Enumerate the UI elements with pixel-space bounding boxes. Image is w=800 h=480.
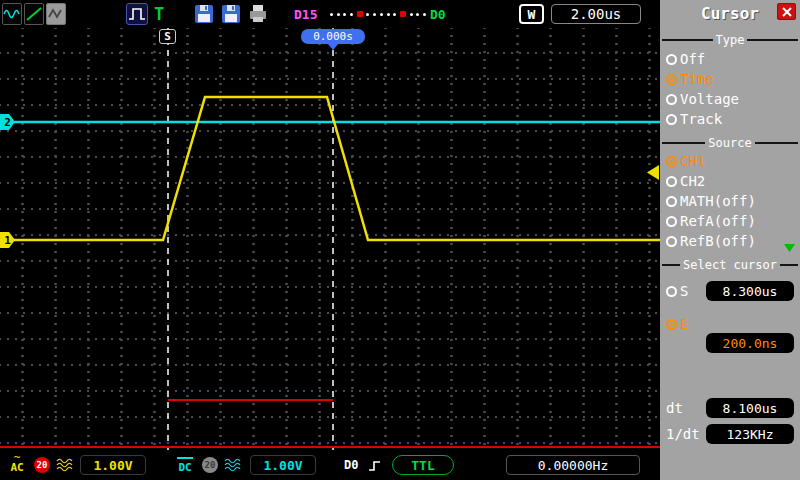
- cursor-e-value[interactable]: 200.0ns: [706, 333, 794, 353]
- digital-bus-d15-label: D15: [294, 7, 317, 22]
- window-mode-badge: W: [519, 4, 544, 24]
- trigger-time-badge: 0.000s: [301, 29, 365, 44]
- inverse-dt-value: 123KHz: [706, 424, 794, 444]
- cursor-s-row[interactable]: S 8.300us: [666, 281, 794, 301]
- radio-icon: [666, 114, 677, 125]
- waveform-svg: [0, 28, 660, 450]
- dt-value: 8.100us: [706, 398, 794, 418]
- close-icon: [781, 6, 793, 18]
- radio-icon: [666, 286, 677, 297]
- save-disk-icon: [194, 4, 214, 24]
- close-button[interactable]: [777, 3, 796, 20]
- type-option-voltage[interactable]: Voltage: [666, 90, 794, 108]
- storage-disk-icon: [221, 4, 241, 24]
- radio-icon: [666, 176, 677, 187]
- radio-icon: [666, 54, 677, 65]
- digital-bus-d0-label: D0: [430, 7, 446, 22]
- source-section-header: Source: [662, 136, 798, 150]
- disabled-waveform-icon: [46, 3, 66, 25]
- type-section-header: Type: [662, 33, 798, 47]
- printer-icon: [248, 4, 268, 24]
- source-option-math[interactable]: MATH(off): [666, 192, 794, 210]
- ch2-bandwidth-limit-badge: 20: [202, 457, 218, 473]
- ch1-bandwidth-limit-badge: 20: [34, 457, 50, 473]
- timebase-display: 2.00us: [551, 4, 641, 24]
- cursor-e-row[interactable]: E: [666, 315, 794, 333]
- ch1-scale-display: 1.00V: [80, 455, 146, 475]
- ch1-coupling-indicator: ~ AC: [4, 454, 30, 473]
- cursor-s-badge: S: [159, 29, 176, 44]
- ch2-waveform-icon: [2, 3, 22, 25]
- ch1-waves-icon: [56, 457, 76, 477]
- radio-selected-icon: [666, 156, 677, 167]
- top-toolbar: T D15 D0 W 2.00us: [0, 0, 660, 28]
- type-option-time[interactable]: Time: [666, 70, 794, 88]
- frequency-counter-display: 0.00000Hz: [506, 455, 640, 475]
- digital-bus-pattern: [330, 9, 426, 19]
- radio-selected-icon: [666, 74, 677, 85]
- radio-icon: [666, 216, 677, 227]
- channel-status-bar: ~ AC 20 1.00V DC 20 1.00V D0 TTL 0.00000…: [0, 450, 660, 480]
- dc-coupling-icon: [177, 457, 193, 459]
- ramp-signal-icon: [24, 3, 44, 25]
- trigger-status-label: T: [154, 4, 164, 24]
- source-option-ch1[interactable]: CH1: [666, 152, 794, 170]
- waveform-display: 2 1 S 0.000s: [0, 28, 660, 450]
- type-option-track[interactable]: Track: [666, 110, 794, 128]
- source-option-refa[interactable]: RefA(off): [666, 212, 794, 230]
- radio-icon: [666, 236, 677, 247]
- ch2-scale-display: 1.00V: [250, 455, 316, 475]
- inverse-dt-readout-row: 1/dt 123KHz: [666, 424, 794, 444]
- cursor-menu-panel: Cursor Type Off Time Voltage Track Sourc…: [660, 0, 800, 480]
- source-option-ch2[interactable]: CH2: [666, 172, 794, 190]
- dt-readout-row: dt 8.100us: [666, 398, 794, 418]
- oscilloscope-screen: T D15 D0 W 2.00us 2: [0, 0, 800, 480]
- ch2-coupling-indicator: DC: [172, 454, 198, 473]
- ch2-waves-icon: [224, 457, 244, 477]
- ch1-trace: [14, 97, 660, 240]
- rising-edge-icon: [368, 458, 382, 477]
- radio-selected-icon: [666, 319, 677, 330]
- radio-icon: [666, 196, 677, 207]
- source-option-refb[interactable]: RefB(off): [666, 232, 794, 250]
- type-option-off[interactable]: Off: [666, 50, 794, 68]
- radio-icon: [666, 94, 677, 105]
- trigger-pulse-icon: [126, 3, 148, 25]
- digital-d0-label: D0: [344, 458, 358, 472]
- digital-threshold-display: TTL: [392, 455, 454, 475]
- cursor-s-value[interactable]: 8.300us: [706, 281, 794, 301]
- select-cursor-section-header: Select cursor: [662, 258, 798, 272]
